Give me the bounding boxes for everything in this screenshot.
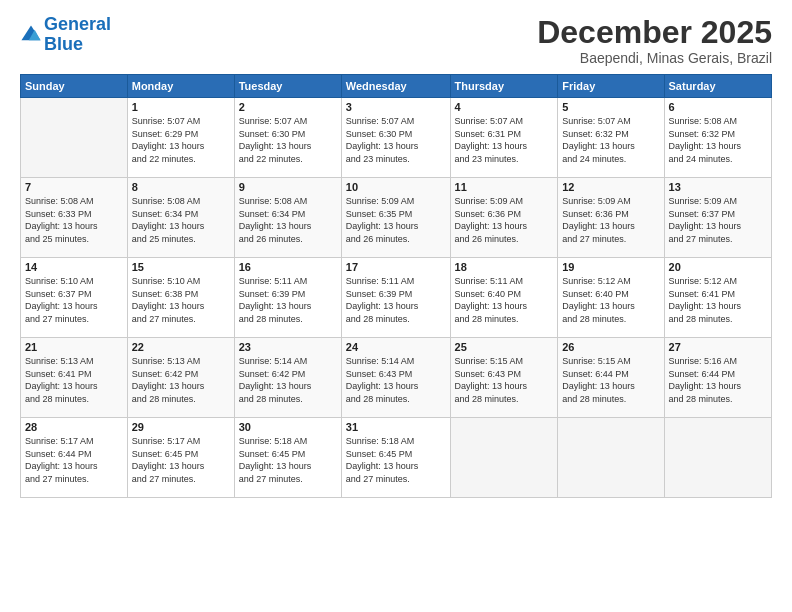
day-number: 7 bbox=[25, 181, 123, 193]
day-info: Sunrise: 5:08 AM Sunset: 6:33 PM Dayligh… bbox=[25, 195, 123, 245]
day-info: Sunrise: 5:09 AM Sunset: 6:36 PM Dayligh… bbox=[562, 195, 659, 245]
calendar-cell bbox=[664, 418, 771, 498]
calendar-cell: 4Sunrise: 5:07 AM Sunset: 6:31 PM Daylig… bbox=[450, 98, 558, 178]
day-info: Sunrise: 5:14 AM Sunset: 6:42 PM Dayligh… bbox=[239, 355, 337, 405]
day-number: 24 bbox=[346, 341, 446, 353]
calendar-cell: 14Sunrise: 5:10 AM Sunset: 6:37 PM Dayli… bbox=[21, 258, 128, 338]
day-number: 26 bbox=[562, 341, 659, 353]
day-number: 31 bbox=[346, 421, 446, 433]
title-block: December 2025 Baependi, Minas Gerais, Br… bbox=[537, 15, 772, 66]
day-number: 15 bbox=[132, 261, 230, 273]
calendar-cell: 26Sunrise: 5:15 AM Sunset: 6:44 PM Dayli… bbox=[558, 338, 664, 418]
calendar-week-row: 1Sunrise: 5:07 AM Sunset: 6:29 PM Daylig… bbox=[21, 98, 772, 178]
day-info: Sunrise: 5:09 AM Sunset: 6:35 PM Dayligh… bbox=[346, 195, 446, 245]
header-thursday: Thursday bbox=[450, 75, 558, 98]
day-info: Sunrise: 5:17 AM Sunset: 6:45 PM Dayligh… bbox=[132, 435, 230, 485]
page: General Blue December 2025 Baependi, Min… bbox=[0, 0, 792, 612]
location-subtitle: Baependi, Minas Gerais, Brazil bbox=[537, 50, 772, 66]
header-wednesday: Wednesday bbox=[341, 75, 450, 98]
logo-text: General Blue bbox=[44, 15, 111, 55]
day-number: 17 bbox=[346, 261, 446, 273]
day-info: Sunrise: 5:10 AM Sunset: 6:38 PM Dayligh… bbox=[132, 275, 230, 325]
day-number: 14 bbox=[25, 261, 123, 273]
day-info: Sunrise: 5:16 AM Sunset: 6:44 PM Dayligh… bbox=[669, 355, 767, 405]
calendar-cell bbox=[450, 418, 558, 498]
calendar-cell bbox=[558, 418, 664, 498]
header-tuesday: Tuesday bbox=[234, 75, 341, 98]
calendar-cell: 1Sunrise: 5:07 AM Sunset: 6:29 PM Daylig… bbox=[127, 98, 234, 178]
header-monday: Monday bbox=[127, 75, 234, 98]
day-info: Sunrise: 5:17 AM Sunset: 6:44 PM Dayligh… bbox=[25, 435, 123, 485]
day-number: 29 bbox=[132, 421, 230, 433]
day-info: Sunrise: 5:13 AM Sunset: 6:41 PM Dayligh… bbox=[25, 355, 123, 405]
day-info: Sunrise: 5:11 AM Sunset: 6:40 PM Dayligh… bbox=[455, 275, 554, 325]
day-number: 11 bbox=[455, 181, 554, 193]
day-number: 25 bbox=[455, 341, 554, 353]
calendar-table: Sunday Monday Tuesday Wednesday Thursday… bbox=[20, 74, 772, 498]
header-friday: Friday bbox=[558, 75, 664, 98]
calendar-cell: 15Sunrise: 5:10 AM Sunset: 6:38 PM Dayli… bbox=[127, 258, 234, 338]
calendar-cell: 3Sunrise: 5:07 AM Sunset: 6:30 PM Daylig… bbox=[341, 98, 450, 178]
calendar-cell: 29Sunrise: 5:17 AM Sunset: 6:45 PM Dayli… bbox=[127, 418, 234, 498]
day-info: Sunrise: 5:11 AM Sunset: 6:39 PM Dayligh… bbox=[239, 275, 337, 325]
day-info: Sunrise: 5:13 AM Sunset: 6:42 PM Dayligh… bbox=[132, 355, 230, 405]
day-info: Sunrise: 5:12 AM Sunset: 6:41 PM Dayligh… bbox=[669, 275, 767, 325]
day-number: 13 bbox=[669, 181, 767, 193]
calendar-header-row: Sunday Monday Tuesday Wednesday Thursday… bbox=[21, 75, 772, 98]
day-info: Sunrise: 5:07 AM Sunset: 6:31 PM Dayligh… bbox=[455, 115, 554, 165]
day-info: Sunrise: 5:18 AM Sunset: 6:45 PM Dayligh… bbox=[346, 435, 446, 485]
calendar-cell: 16Sunrise: 5:11 AM Sunset: 6:39 PM Dayli… bbox=[234, 258, 341, 338]
day-number: 21 bbox=[25, 341, 123, 353]
day-number: 22 bbox=[132, 341, 230, 353]
day-number: 28 bbox=[25, 421, 123, 433]
calendar-cell: 11Sunrise: 5:09 AM Sunset: 6:36 PM Dayli… bbox=[450, 178, 558, 258]
calendar-cell: 7Sunrise: 5:08 AM Sunset: 6:33 PM Daylig… bbox=[21, 178, 128, 258]
day-number: 30 bbox=[239, 421, 337, 433]
day-number: 27 bbox=[669, 341, 767, 353]
day-info: Sunrise: 5:08 AM Sunset: 6:34 PM Dayligh… bbox=[132, 195, 230, 245]
logo-icon bbox=[20, 24, 42, 46]
day-number: 12 bbox=[562, 181, 659, 193]
calendar-cell: 12Sunrise: 5:09 AM Sunset: 6:36 PM Dayli… bbox=[558, 178, 664, 258]
day-info: Sunrise: 5:10 AM Sunset: 6:37 PM Dayligh… bbox=[25, 275, 123, 325]
calendar-cell: 21Sunrise: 5:13 AM Sunset: 6:41 PM Dayli… bbox=[21, 338, 128, 418]
calendar-week-row: 7Sunrise: 5:08 AM Sunset: 6:33 PM Daylig… bbox=[21, 178, 772, 258]
calendar-cell: 30Sunrise: 5:18 AM Sunset: 6:45 PM Dayli… bbox=[234, 418, 341, 498]
day-number: 16 bbox=[239, 261, 337, 273]
logo: General Blue bbox=[20, 15, 111, 55]
calendar-cell: 18Sunrise: 5:11 AM Sunset: 6:40 PM Dayli… bbox=[450, 258, 558, 338]
day-number: 19 bbox=[562, 261, 659, 273]
calendar-cell: 27Sunrise: 5:16 AM Sunset: 6:44 PM Dayli… bbox=[664, 338, 771, 418]
calendar-week-row: 28Sunrise: 5:17 AM Sunset: 6:44 PM Dayli… bbox=[21, 418, 772, 498]
day-number: 6 bbox=[669, 101, 767, 113]
day-info: Sunrise: 5:07 AM Sunset: 6:30 PM Dayligh… bbox=[239, 115, 337, 165]
calendar-cell: 2Sunrise: 5:07 AM Sunset: 6:30 PM Daylig… bbox=[234, 98, 341, 178]
day-info: Sunrise: 5:18 AM Sunset: 6:45 PM Dayligh… bbox=[239, 435, 337, 485]
day-info: Sunrise: 5:14 AM Sunset: 6:43 PM Dayligh… bbox=[346, 355, 446, 405]
calendar-week-row: 21Sunrise: 5:13 AM Sunset: 6:41 PM Dayli… bbox=[21, 338, 772, 418]
calendar-cell: 25Sunrise: 5:15 AM Sunset: 6:43 PM Dayli… bbox=[450, 338, 558, 418]
calendar-cell: 6Sunrise: 5:08 AM Sunset: 6:32 PM Daylig… bbox=[664, 98, 771, 178]
calendar-cell: 20Sunrise: 5:12 AM Sunset: 6:41 PM Dayli… bbox=[664, 258, 771, 338]
calendar-cell: 17Sunrise: 5:11 AM Sunset: 6:39 PM Dayli… bbox=[341, 258, 450, 338]
day-info: Sunrise: 5:07 AM Sunset: 6:32 PM Dayligh… bbox=[562, 115, 659, 165]
day-number: 2 bbox=[239, 101, 337, 113]
calendar-cell: 23Sunrise: 5:14 AM Sunset: 6:42 PM Dayli… bbox=[234, 338, 341, 418]
header: General Blue December 2025 Baependi, Min… bbox=[20, 15, 772, 66]
logo-line2: Blue bbox=[44, 34, 83, 54]
day-number: 3 bbox=[346, 101, 446, 113]
day-number: 10 bbox=[346, 181, 446, 193]
day-info: Sunrise: 5:09 AM Sunset: 6:37 PM Dayligh… bbox=[669, 195, 767, 245]
month-title: December 2025 bbox=[537, 15, 772, 50]
day-info: Sunrise: 5:12 AM Sunset: 6:40 PM Dayligh… bbox=[562, 275, 659, 325]
day-number: 9 bbox=[239, 181, 337, 193]
day-info: Sunrise: 5:08 AM Sunset: 6:34 PM Dayligh… bbox=[239, 195, 337, 245]
calendar-cell: 10Sunrise: 5:09 AM Sunset: 6:35 PM Dayli… bbox=[341, 178, 450, 258]
header-saturday: Saturday bbox=[664, 75, 771, 98]
calendar-cell: 5Sunrise: 5:07 AM Sunset: 6:32 PM Daylig… bbox=[558, 98, 664, 178]
day-info: Sunrise: 5:15 AM Sunset: 6:43 PM Dayligh… bbox=[455, 355, 554, 405]
calendar-cell: 8Sunrise: 5:08 AM Sunset: 6:34 PM Daylig… bbox=[127, 178, 234, 258]
day-info: Sunrise: 5:15 AM Sunset: 6:44 PM Dayligh… bbox=[562, 355, 659, 405]
calendar-cell: 28Sunrise: 5:17 AM Sunset: 6:44 PM Dayli… bbox=[21, 418, 128, 498]
day-info: Sunrise: 5:07 AM Sunset: 6:29 PM Dayligh… bbox=[132, 115, 230, 165]
